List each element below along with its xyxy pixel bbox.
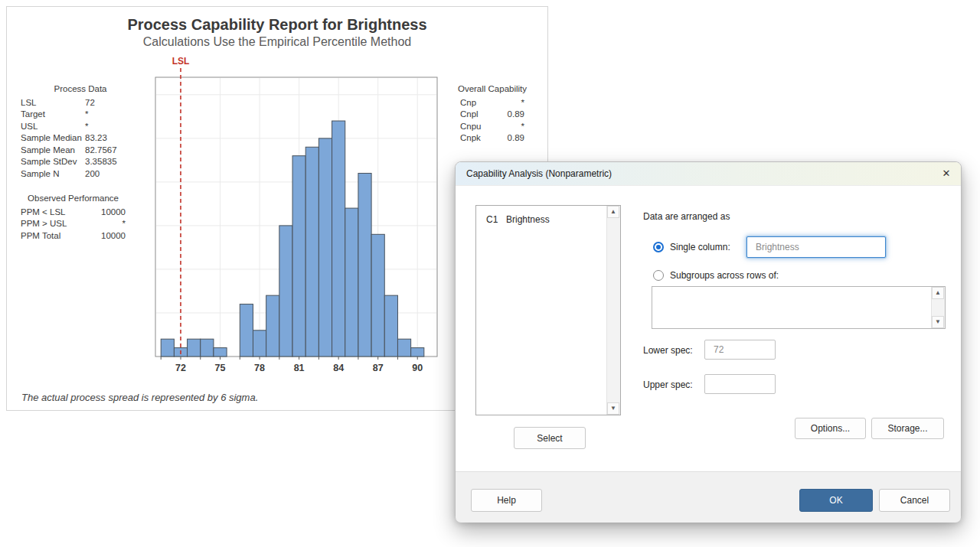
stat-row: Sample N200 bbox=[21, 168, 140, 181]
stat-label: Sample StDev bbox=[21, 157, 77, 166]
cancel-button[interactable]: Cancel bbox=[879, 489, 950, 512]
column-name: Brightness bbox=[506, 214, 550, 225]
capability-analysis-dialog: Capability Analysis (Nonparametric) ✕ C1… bbox=[455, 161, 962, 522]
histogram-bar bbox=[253, 330, 266, 357]
listbox-scrollbar[interactable]: ▲ ▼ bbox=[606, 206, 620, 415]
axis-tick-label: 78 bbox=[254, 363, 265, 373]
histogram-bar bbox=[240, 304, 253, 357]
stat-value: * bbox=[521, 97, 524, 109]
stat-label: Cnpl bbox=[460, 109, 479, 121]
histogram-bar bbox=[358, 173, 371, 357]
overall-capability-panel: Overall Capability Cnp* Cnpl0.89 Cnpu* C… bbox=[460, 83, 524, 145]
single-column-input[interactable] bbox=[746, 236, 886, 258]
stat-row: Sample Mean82.7567 bbox=[21, 145, 140, 157]
subgroups-radio[interactable] bbox=[653, 270, 664, 281]
storage-button[interactable]: Storage... bbox=[871, 418, 944, 439]
options-button[interactable]: Options... bbox=[795, 418, 866, 439]
stat-value: * bbox=[122, 218, 126, 230]
single-column-radio[interactable] bbox=[653, 242, 664, 252]
stat-value: 0.89 bbox=[508, 109, 524, 121]
process-data-panel: Process Data LSL72 Target* USL* Sample M… bbox=[21, 83, 140, 180]
overall-capability-heading: Overall Capability bbox=[445, 83, 540, 96]
stat-value: * bbox=[521, 121, 524, 133]
list-item[interactable]: C1Brightness bbox=[476, 213, 620, 226]
data-arranged-label: Data are arranged as bbox=[643, 211, 730, 222]
stat-value: 10000 bbox=[101, 207, 126, 219]
scroll-up-icon[interactable]: ▲ bbox=[607, 206, 619, 218]
stat-value: * bbox=[85, 109, 88, 121]
dialog-title: Capability Analysis (Nonparametric) bbox=[466, 168, 612, 179]
histogram-bar bbox=[397, 339, 410, 357]
process-data-heading: Process Data bbox=[21, 83, 140, 96]
stat-value: 82.7567 bbox=[85, 145, 117, 157]
histogram-bar bbox=[279, 226, 292, 357]
stat-label: Sample Median bbox=[21, 133, 82, 142]
histogram-bar bbox=[371, 234, 384, 357]
stat-label: Cnpu bbox=[460, 121, 482, 133]
stat-value: * bbox=[85, 121, 88, 133]
stat-label: Sample Mean bbox=[21, 145, 75, 155]
subgroups-label: Subgroups across rows of: bbox=[670, 270, 779, 281]
stat-row: Target* bbox=[21, 109, 140, 121]
upper-spec-input[interactable] bbox=[704, 374, 776, 394]
histogram-bar bbox=[318, 138, 332, 357]
scroll-down-icon[interactable]: ▼ bbox=[932, 316, 944, 328]
histogram-bar bbox=[201, 339, 214, 357]
subgroups-textarea[interactable]: ▲ ▼ bbox=[652, 286, 946, 329]
stat-row: Sample StDev3.35835 bbox=[21, 156, 140, 168]
textarea-scrollbar[interactable]: ▲ ▼ bbox=[931, 287, 945, 328]
stat-row: Sample Median83.23 bbox=[21, 132, 140, 145]
help-button[interactable]: Help bbox=[471, 489, 542, 512]
stat-value: 72 bbox=[85, 97, 95, 109]
histogram-bar bbox=[332, 121, 345, 357]
stat-label: Cnpk bbox=[460, 132, 481, 145]
histogram-bar bbox=[292, 156, 305, 357]
histogram-bar bbox=[305, 147, 318, 357]
stat-value: 200 bbox=[85, 168, 100, 181]
column-id: C1 bbox=[486, 213, 506, 226]
stat-value: 3.35835 bbox=[85, 156, 117, 168]
single-column-option[interactable]: Single column: bbox=[653, 242, 730, 252]
stat-row: USL* bbox=[21, 121, 140, 133]
histogram-bar bbox=[188, 339, 201, 357]
stat-row: PPM < LSL10000 bbox=[21, 207, 126, 219]
axis-tick-label: 75 bbox=[215, 363, 226, 373]
stat-row: LSL72 bbox=[21, 97, 140, 109]
axis-tick-label: 81 bbox=[294, 363, 305, 373]
lower-spec-input[interactable] bbox=[704, 340, 776, 360]
scroll-down-icon[interactable]: ▼ bbox=[607, 402, 619, 415]
stat-label: Cnp bbox=[460, 97, 476, 109]
histogram-bar bbox=[384, 295, 397, 357]
stat-label: PPM < LSL bbox=[21, 207, 66, 219]
ok-button[interactable]: OK bbox=[799, 489, 873, 512]
dialog-titlebar[interactable]: Capability Analysis (Nonparametric) ✕ bbox=[456, 162, 961, 186]
stat-label: PPM Total bbox=[21, 230, 60, 243]
select-button[interactable]: Select bbox=[514, 427, 586, 449]
histogram-bar bbox=[214, 348, 227, 357]
stat-row: PPM Total10000 bbox=[21, 230, 126, 243]
single-column-label: Single column: bbox=[670, 242, 730, 252]
histogram-bar bbox=[161, 339, 174, 357]
axis-tick-label: 84 bbox=[333, 363, 344, 373]
subgroups-option[interactable]: Subgroups across rows of: bbox=[653, 270, 779, 281]
stat-label: PPM > USL bbox=[21, 218, 67, 230]
stat-row: Cnpl0.89 bbox=[460, 109, 524, 121]
stat-label: Target bbox=[21, 109, 45, 119]
lower-spec-label: Lower spec: bbox=[643, 345, 693, 356]
axis-tick-label: 87 bbox=[373, 363, 384, 373]
upper-spec-label: Upper spec: bbox=[643, 379, 693, 390]
close-icon[interactable]: ✕ bbox=[938, 165, 955, 182]
observed-performance-heading: Observed Performance bbox=[15, 193, 132, 205]
stat-label: USL bbox=[21, 122, 38, 131]
stat-row: Cnpu* bbox=[460, 121, 524, 133]
axis-tick-label: 72 bbox=[175, 363, 186, 373]
lsl-label: LSL bbox=[172, 56, 190, 67]
stat-value: 83.23 bbox=[85, 132, 107, 145]
axis-tick-label: 90 bbox=[412, 363, 423, 373]
observed-performance-panel: Observed Performance PPM < LSL10000 PPM … bbox=[21, 193, 126, 242]
stat-row: Cnp* bbox=[460, 97, 524, 109]
scroll-up-icon[interactable]: ▲ bbox=[932, 287, 944, 299]
columns-listbox[interactable]: C1Brightness ▲ ▼ bbox=[475, 205, 621, 415]
dialog-footer: Help OK Cancel bbox=[456, 471, 961, 523]
histogram-bar bbox=[411, 348, 424, 357]
